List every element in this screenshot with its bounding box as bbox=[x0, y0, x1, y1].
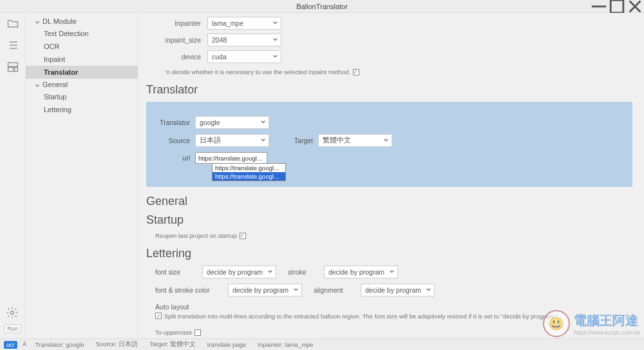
svg-rect-3 bbox=[14, 68, 17, 72]
autolayout-checkbox[interactable]: ✓ bbox=[155, 313, 162, 319]
stroke-label: stroke bbox=[288, 268, 312, 276]
list-icon[interactable] bbox=[6, 39, 19, 53]
uppercase-checkbox[interactable] bbox=[194, 329, 201, 336]
url-dropdown-popup[interactable]: https://translate.google.cn/m https://tr… bbox=[212, 163, 286, 181]
svg-rect-0 bbox=[611, 0, 623, 13]
settings-tree: DL Module Text Detection OCR Inpaint Tra… bbox=[26, 13, 138, 338]
device-label: device bbox=[159, 53, 207, 61]
stroke-select[interactable]: decide by program bbox=[324, 266, 398, 278]
run-button[interactable]: Run bbox=[4, 324, 21, 333]
chevron-down-icon bbox=[272, 53, 278, 61]
settings-icon[interactable] bbox=[6, 306, 19, 320]
chevron-down-icon bbox=[35, 19, 40, 24]
source-label: Source bbox=[156, 137, 195, 144]
chevron-down-icon bbox=[383, 137, 389, 144]
inpaint-size-label: inpaint_size bbox=[159, 36, 207, 44]
status-inpainter[interactable]: Inpainter: lama_mpe bbox=[254, 341, 317, 348]
open-folder-icon[interactable] bbox=[6, 17, 19, 31]
reopen-checkbox[interactable]: ✓ bbox=[240, 233, 246, 239]
url-option-1[interactable]: https://translate.google.com/m bbox=[213, 172, 285, 180]
alignment-label: alignment bbox=[314, 286, 349, 294]
window-title: BallonTranslator bbox=[296, 3, 348, 10]
autolayout-note: Split translation into multi-lines accor… bbox=[164, 313, 558, 320]
translator-label: Translator bbox=[156, 119, 195, 126]
chevron-down-icon bbox=[293, 286, 299, 294]
autolayout-label: Auto layout bbox=[155, 303, 632, 311]
status-source[interactable]: Source: 日本語 bbox=[92, 340, 142, 349]
fontstrokecolor-select[interactable]: decide by program bbox=[228, 284, 302, 297]
chevron-down-icon bbox=[272, 19, 278, 27]
inpaint-note-checkbox[interactable]: ✓ bbox=[353, 69, 359, 75]
minimize-button[interactable] bbox=[590, 0, 608, 13]
startup-heading: Startup bbox=[146, 213, 632, 227]
chevron-down-icon bbox=[35, 82, 40, 87]
target-label: Target bbox=[289, 137, 318, 144]
tree-group-general[interactable]: General bbox=[26, 79, 138, 90]
layout-icon[interactable] bbox=[6, 61, 19, 75]
status-translator[interactable]: Translator: google bbox=[32, 341, 88, 348]
source-select[interactable]: 日本語 bbox=[195, 134, 269, 147]
url-label: url bbox=[156, 154, 195, 162]
text-mode-icon[interactable]: Ａ bbox=[21, 340, 28, 349]
maximize-button[interactable] bbox=[608, 0, 626, 13]
ocr-badge[interactable]: ocr bbox=[4, 341, 17, 349]
reopen-label: Reopen last project on startup bbox=[155, 232, 237, 239]
chevron-down-icon bbox=[260, 137, 266, 144]
translator-select[interactable]: google bbox=[195, 116, 269, 129]
url-option-0[interactable]: https://translate.google.cn/m bbox=[213, 164, 285, 172]
inpainter-label: Inpainter bbox=[159, 19, 207, 27]
tree-item-text-detection[interactable]: Text Detection bbox=[26, 27, 138, 40]
inpaint-size-select[interactable]: 2048 bbox=[207, 34, 281, 46]
translator-heading: Translator bbox=[146, 83, 632, 97]
chevron-down-icon bbox=[389, 268, 395, 276]
fontsize-label: font size bbox=[155, 268, 191, 276]
svg-point-4 bbox=[11, 311, 14, 315]
chevron-down-icon bbox=[426, 286, 431, 294]
tree-group-dl-module[interactable]: DL Module bbox=[26, 15, 138, 27]
general-heading: General bbox=[146, 195, 632, 208]
tree-item-lettering[interactable]: Lettering bbox=[26, 103, 138, 116]
lettering-heading: Lettering bbox=[146, 247, 632, 260]
uppercase-label: To uppercase bbox=[155, 329, 192, 336]
inpainter-select[interactable]: lama_mpe bbox=[207, 17, 281, 30]
tree-item-translator[interactable]: Translator bbox=[26, 66, 138, 79]
fontstrokecolor-label: font & stroke color bbox=[155, 286, 216, 294]
tree-item-ocr[interactable]: OCR bbox=[26, 40, 138, 53]
chevron-down-icon bbox=[272, 36, 278, 44]
alignment-select[interactable]: decide by program bbox=[361, 284, 435, 297]
chevron-down-icon bbox=[267, 268, 273, 276]
status-translate-page[interactable]: translate page bbox=[204, 341, 250, 348]
titlebar: BallonTranslator bbox=[0, 0, 644, 13]
url-input[interactable]: https://translate.google.com/m bbox=[195, 152, 267, 164]
svg-rect-1 bbox=[8, 63, 17, 66]
statusbar: ocr Ａ Translator: google Source: 日本語 Tar… bbox=[0, 338, 644, 350]
fontsize-select[interactable]: decide by program bbox=[202, 266, 276, 278]
close-button[interactable] bbox=[626, 0, 644, 13]
svg-rect-2 bbox=[8, 68, 13, 72]
inpaint-note: 'n decide whether it is necessary to use… bbox=[166, 68, 350, 75]
chevron-down-icon bbox=[260, 119, 266, 126]
tree-item-inpaint[interactable]: Inpaint bbox=[26, 53, 138, 66]
target-select[interactable]: 繁體中文 bbox=[318, 134, 392, 147]
status-target[interactable]: Target: 繁體中文 bbox=[146, 340, 200, 349]
device-select[interactable]: cuda bbox=[207, 50, 281, 63]
tree-item-startup[interactable]: Startup bbox=[26, 90, 138, 103]
activity-bar: Run bbox=[0, 13, 26, 338]
